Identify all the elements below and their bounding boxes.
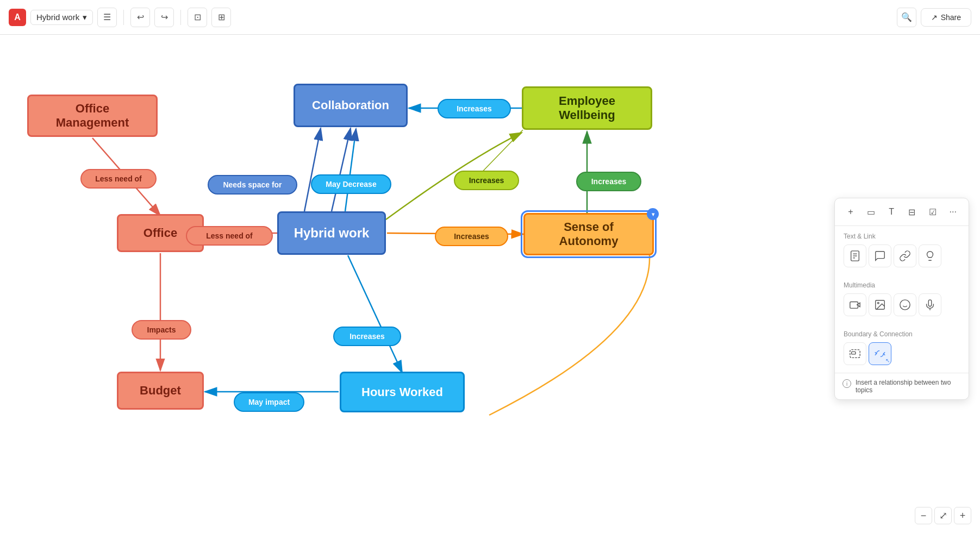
svg-point-26 [900,300,910,310]
redo-button[interactable]: ↪ [154,8,174,27]
panel-comment-icon-btn[interactable] [869,244,891,267]
selected-badge: ▾ [647,208,659,220]
node-employee-wellbeing[interactable]: Employee Wellbeing [522,86,652,130]
frame-button[interactable]: ⊡ [188,8,207,27]
panel-mic-icon-btn[interactable] [919,293,941,316]
label-increases-5[interactable]: Increases [333,327,401,346]
label-less-need-of-2[interactable]: Less need of [186,226,273,246]
panel-boundary-icon-btn[interactable] [844,342,866,365]
panel-more-button[interactable]: ··· [944,203,962,221]
share-icon: ↗ [931,13,938,22]
share-label: Share [941,13,961,22]
panel-relation-icon-btn[interactable]: ↖ [869,342,891,365]
panel-text-link-icons [844,244,960,267]
svg-line-10 [304,128,321,211]
panel-boundary-icons: ↖ [844,342,960,365]
zoom-out-button[interactable]: − [915,507,932,524]
label-increases-1[interactable]: Increases [438,99,511,118]
search-button[interactable]: 🔍 [897,8,916,27]
document-title[interactable]: Hybrid work ▾ [30,10,93,25]
panel-add-button[interactable]: + [841,203,860,221]
panel-bulb-icon-btn[interactable] [919,244,941,267]
label-increases-3[interactable]: Increases [576,172,641,191]
app-logo: A [9,9,26,26]
node-budget[interactable]: Budget [117,372,204,410]
panel-check-button[interactable]: ☑ [923,203,942,221]
toolbar-right: 🔍 ↗ Share [897,8,971,27]
label-needs-space-for[interactable]: Needs space for [208,175,297,195]
panel-footer-text: Insert a relationship between two topics [856,379,961,394]
panel-doc-icon-btn[interactable] [844,244,866,267]
share-button[interactable]: ↗ Share [921,8,971,27]
node-hours-worked[interactable]: Hours Worked [340,372,465,412]
svg-point-25 [877,302,879,304]
title-text: Hybrid work [36,12,79,22]
panel-link-button[interactable]: ⊟ [903,203,921,221]
table-button[interactable]: ⊞ [211,8,231,27]
label-increases-2[interactable]: Increases [454,171,519,190]
panel-text-button[interactable]: T [882,203,901,221]
toolbar-divider-2 [180,10,181,25]
label-impacts[interactable]: Impacts [132,320,191,340]
panel-image-icon-btn[interactable] [869,293,891,316]
panel-multimedia-icons [844,293,960,316]
panel-chain-icon-btn[interactable] [894,244,916,267]
node-hybrid-work[interactable]: Hybrid work [277,211,386,255]
node-collaboration[interactable]: Collaboration [294,84,408,127]
panel-boundary-section: Boundary & Connection ↖ [835,324,969,373]
label-less-need-of-1[interactable]: Less need of [80,169,157,189]
node-sense-of-autonomy[interactable]: Sense of Autonomy ▾ [523,213,654,255]
panel-shape-button[interactable]: ▭ [862,203,881,221]
svg-line-15 [348,255,402,373]
canvas[interactable]: Office Management Collaboration Employee… [0,35,980,533]
panel-section-1-title: Text & Link [844,233,960,240]
panel-emoji-icon-btn[interactable] [894,293,916,316]
panel-text-link-section: Text & Link [835,226,969,275]
menu-button[interactable]: ☰ [97,8,117,27]
node-office-management[interactable]: Office Management [27,95,158,137]
toolbar-divider-1 [123,10,124,25]
toolbar: A Hybrid work ▾ ☰ ↩ ↪ ⊡ ⊞ 🔍 ↗ Share [0,0,980,35]
zoom-in-button[interactable]: + [954,507,971,524]
panel-multimedia-section: Multimedia [835,275,969,324]
undo-button[interactable]: ↩ [130,8,150,27]
panel-video-icon-btn[interactable] [844,293,866,316]
svg-line-9 [332,128,351,211]
panel-footer: i Insert a relationship between two topi… [835,373,969,399]
svg-rect-31 [852,352,856,354]
context-panel: + ▭ T ⊟ ☑ ··· Text & Link [834,198,969,400]
label-increases-4[interactable]: Increases [435,227,508,246]
label-may-impact[interactable]: May impact [234,392,304,412]
label-may-decrease[interactable]: May Decrease [311,174,391,194]
panel-toolbar: + ▭ T ⊟ ☑ ··· [835,198,969,226]
zoom-fit-button[interactable]: ⤢ [934,507,952,524]
panel-section-3-title: Boundary & Connection [844,330,960,338]
info-icon: i [842,379,851,388]
svg-line-12 [345,129,356,211]
title-chevron: ▾ [83,12,87,22]
panel-section-2-title: Multimedia [844,281,960,289]
zoom-controls: − ⤢ + [915,507,971,524]
